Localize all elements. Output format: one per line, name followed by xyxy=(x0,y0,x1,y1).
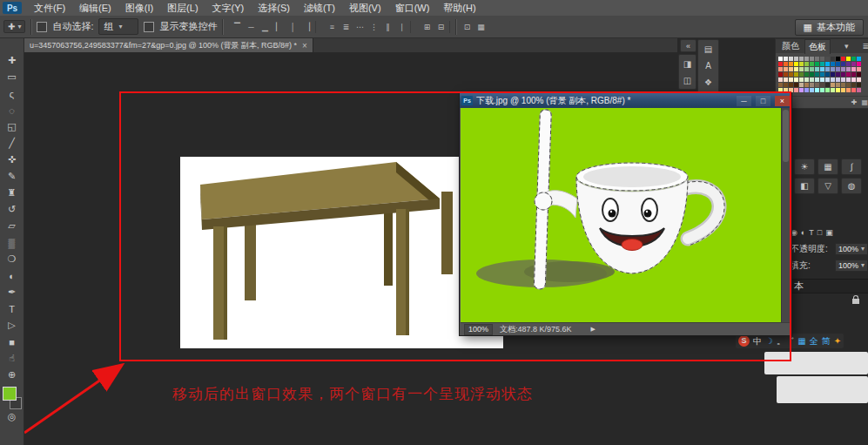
swatch[interactable] xyxy=(820,62,824,66)
swatch[interactable] xyxy=(820,57,824,61)
swatch[interactable] xyxy=(815,72,819,77)
align-top-icon[interactable]: ▔ xyxy=(232,21,242,33)
swatch[interactable] xyxy=(841,72,845,77)
swatch[interactable] xyxy=(815,83,819,87)
menu-item-file[interactable]: 文件(F) xyxy=(27,0,72,16)
swatch[interactable] xyxy=(857,67,861,71)
minimize-button[interactable]: ─ xyxy=(737,96,751,106)
layer-row[interactable]: 本 xyxy=(791,279,868,293)
zoom-tool[interactable]: ⊕ xyxy=(2,367,23,383)
swatch[interactable] xyxy=(825,72,830,77)
swatch[interactable] xyxy=(815,88,819,92)
quick-selection-tool[interactable]: ◌ xyxy=(2,102,23,118)
swatch[interactable] xyxy=(846,67,851,71)
swatch[interactable] xyxy=(778,62,783,66)
collapse-panels-button[interactable]: « xyxy=(680,39,696,52)
swatch[interactable] xyxy=(789,72,793,77)
align-middle-icon[interactable]: ─ xyxy=(246,21,256,33)
swatch[interactable] xyxy=(841,57,845,61)
swatch[interactable] xyxy=(831,78,835,82)
swatch[interactable] xyxy=(820,78,824,82)
swatch[interactable] xyxy=(815,62,819,66)
swatch[interactable] xyxy=(851,83,856,87)
swatch[interactable] xyxy=(810,72,814,77)
swatch[interactable] xyxy=(851,72,856,77)
swatch[interactable] xyxy=(810,67,814,71)
swatch[interactable] xyxy=(820,72,824,77)
swatch[interactable] xyxy=(784,57,788,61)
swatch[interactable] xyxy=(778,67,783,71)
fill-value[interactable]: 100% ▾ xyxy=(835,260,868,272)
close-button[interactable]: × xyxy=(775,96,790,106)
swatch[interactable] xyxy=(794,62,798,66)
swatch[interactable] xyxy=(794,72,798,77)
swatch[interactable] xyxy=(846,83,851,87)
menu-item-help[interactable]: 帮助(H) xyxy=(436,0,482,16)
lock-icon[interactable] xyxy=(852,299,859,304)
rectangular-marquee-tool[interactable]: ▭ xyxy=(2,69,23,85)
crop-tool[interactable]: ◱ xyxy=(2,118,23,135)
align-left-icon[interactable]: ▏ xyxy=(273,21,284,33)
swatch[interactable] xyxy=(804,72,809,77)
swatch[interactable] xyxy=(841,78,845,82)
hand-tool[interactable]: ☝ xyxy=(2,350,23,367)
swatch[interactable] xyxy=(810,83,814,87)
swatch[interactable] xyxy=(841,83,845,87)
swatch[interactable] xyxy=(799,67,804,71)
swatch[interactable] xyxy=(804,88,809,92)
swatch[interactable] xyxy=(799,78,804,82)
toolbox-icon[interactable]: ✦ xyxy=(834,334,841,347)
swatch[interactable] xyxy=(831,88,835,92)
screen-mode-icon[interactable]: ⊡ xyxy=(461,21,472,33)
swatch[interactable] xyxy=(794,67,798,71)
swatch[interactable] xyxy=(836,72,840,77)
swatch[interactable] xyxy=(851,62,856,66)
swatch[interactable] xyxy=(778,78,783,82)
tab-color[interactable]: 颜色 xyxy=(778,39,803,53)
histogram-icon[interactable]: ◨ xyxy=(680,57,695,71)
swatch[interactable] xyxy=(778,88,783,92)
history-icon[interactable]: ▤ xyxy=(701,42,716,56)
path-selection-tool[interactable]: ▷ xyxy=(2,317,23,334)
swatch[interactable] xyxy=(804,62,809,66)
navigator-icon[interactable]: ◫ xyxy=(680,73,695,87)
spot-healing-tool[interactable]: ✜ xyxy=(2,152,23,168)
keyboard-icon[interactable]: ▦ xyxy=(797,334,805,347)
floating-window[interactable]: Ps 下载.jpg @ 100% (背景 副本, RGB/8#) * ─ □ × xyxy=(460,93,791,335)
menu-item-layer[interactable]: 图层(L) xyxy=(160,0,205,16)
swatch[interactable] xyxy=(789,78,793,82)
menu-item-view[interactable]: 视图(V) xyxy=(342,0,388,16)
swatch[interactable] xyxy=(825,78,830,82)
swatch[interactable] xyxy=(831,83,835,87)
swatch[interactable] xyxy=(831,62,835,66)
delete-swatch-icon[interactable]: ▦ xyxy=(861,98,868,106)
swatch[interactable] xyxy=(789,62,793,66)
swatch[interactable] xyxy=(836,62,840,66)
swatch[interactable] xyxy=(820,83,824,87)
align-bottom-icon[interactable]: ▁ xyxy=(259,21,270,33)
menu-item-window[interactable]: 窗口(W) xyxy=(388,0,437,16)
swatch[interactable] xyxy=(846,72,851,77)
type-tool[interactable]: T xyxy=(2,300,23,317)
align-center-icon[interactable]: │ xyxy=(287,21,298,33)
swatch[interactable] xyxy=(857,57,861,61)
swatch[interactable] xyxy=(857,62,861,66)
swatch[interactable] xyxy=(836,67,840,71)
blur-tool[interactable]: ❍ xyxy=(2,251,23,267)
swatch[interactable] xyxy=(778,72,783,77)
hue-saturation-icon[interactable]: ◍ xyxy=(841,178,862,194)
swatch[interactable] xyxy=(851,57,856,61)
swatch[interactable] xyxy=(784,83,788,87)
swatch[interactable] xyxy=(831,72,835,77)
sogou-logo-icon[interactable]: S xyxy=(738,335,750,347)
swatch[interactable] xyxy=(799,72,804,77)
filter-adjustment-icon[interactable]: ◐ xyxy=(801,228,805,237)
swatch[interactable] xyxy=(789,57,793,61)
swatch[interactable] xyxy=(846,62,851,66)
swatch[interactable] xyxy=(799,88,804,92)
scrollbar-thumb[interactable] xyxy=(783,110,789,162)
swatch[interactable] xyxy=(794,83,798,87)
zoom-level[interactable]: 100% xyxy=(464,324,493,335)
swatch[interactable] xyxy=(794,57,798,61)
punctuation-icon[interactable]: 。゛ xyxy=(777,334,794,347)
